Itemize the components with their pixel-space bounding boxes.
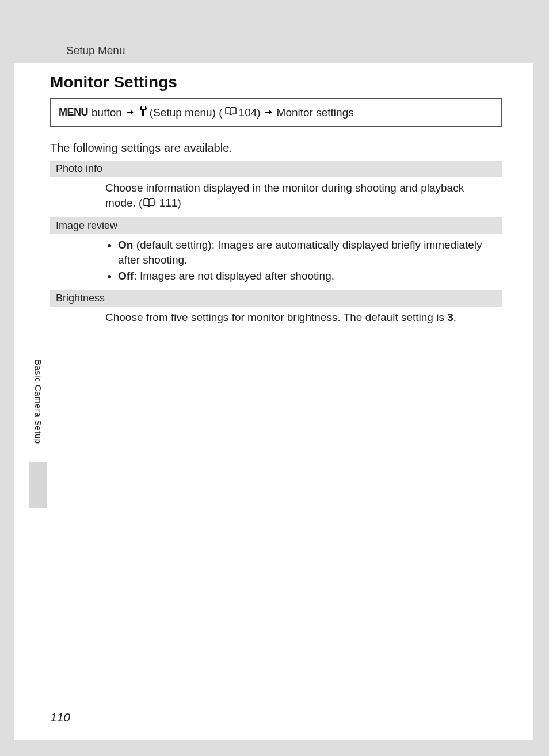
- book-icon: [225, 105, 237, 118]
- bold-text: 3: [447, 311, 453, 323]
- book-icon: [143, 196, 155, 211]
- nav-text: Monitor settings: [277, 106, 354, 119]
- wrench-icon: [139, 106, 147, 119]
- arrow-right-icon: [126, 106, 134, 119]
- setting-header-photo-info: Photo info: [50, 161, 502, 177]
- setting-body-brightness: Choose from five settings for monitor br…: [50, 307, 502, 331]
- menu-button-label: MENU: [59, 106, 88, 119]
- page-number: 110: [50, 711, 70, 724]
- desc-ref: 111): [156, 197, 181, 209]
- nav-text: (Setup menu) (: [150, 106, 223, 119]
- list-item: Off: Images are not displayed after shoo…: [118, 269, 490, 284]
- desc-text: (default setting): Images are automatica…: [118, 239, 482, 266]
- nav-text: button: [92, 106, 122, 119]
- setting-body-image-review: On (default setting): Images are automat…: [50, 234, 502, 290]
- desc-text: Choose from five settings for monitor br…: [105, 311, 447, 323]
- arrow-right-icon: [265, 106, 273, 119]
- intro-text: The following settings are available.: [50, 142, 502, 155]
- section-header: Setup Menu: [14, 14, 533, 63]
- desc-text: : Images are not displayed after shootin…: [134, 270, 334, 282]
- setting-header-image-review: Image review: [50, 217, 502, 234]
- desc-text: .: [453, 311, 456, 323]
- page-title: Monitor Settings: [50, 73, 502, 91]
- list-item: On (default setting): Images are automat…: [118, 238, 490, 267]
- side-tab-background: [29, 462, 47, 508]
- setting-header-brightness: Brightness: [50, 290, 502, 307]
- side-tab-label: Basic Camera Setup: [33, 360, 43, 444]
- bold-text: Off: [118, 270, 134, 282]
- breadcrumb: MENU button (Setup menu) ( 104) Monitor …: [50, 98, 502, 127]
- setting-body-photo-info: Choose information displayed in the moni…: [50, 177, 502, 217]
- bold-text: On: [118, 239, 133, 251]
- nav-page-ref: 104): [239, 106, 261, 119]
